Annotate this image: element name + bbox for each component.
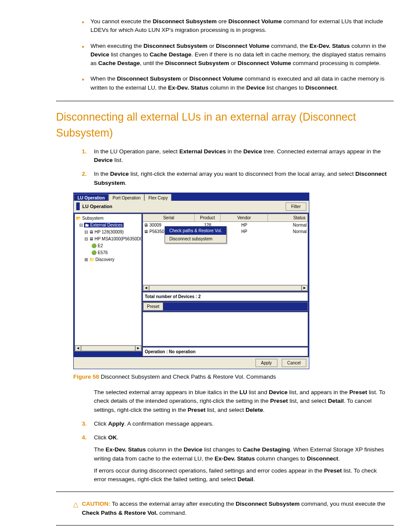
tree-e576[interactable]: 🟢 E576 <box>76 249 140 256</box>
caution-note: △ CAUTION: To access the external array … <box>73 500 389 517</box>
ctx-check-paths[interactable]: Check paths & Restore Vol. <box>165 227 226 235</box>
tree-hscroll[interactable]: ◄ ► <box>75 345 141 351</box>
tree-hp128[interactable]: ⊟ 🖥 HP 128(30009) <box>76 229 140 236</box>
th-status[interactable]: Status <box>268 214 308 221</box>
bullet-1: You cannot execute the Disconnect Subsys… <box>82 17 389 35</box>
rule <box>56 492 394 492</box>
tab-port-operation[interactable]: Port Operation <box>109 194 144 201</box>
table-hscroll[interactable]: ◄ ► <box>143 285 308 291</box>
figure-58: LU Operation Port Operation Flex Copy LU… <box>73 193 394 369</box>
tree-hpmsa[interactable]: ⊟ 🖥 HP MSA1000(P56350D0IP <box>76 236 140 243</box>
step-4: Click OK. The Ex-Dev. Status column in t… <box>82 433 389 484</box>
app-window: LU Operation Port Operation Flex Copy LU… <box>73 193 309 369</box>
tree-discovery[interactable]: ⊞ 📁 Discovery <box>76 256 140 263</box>
preset-header: Preset <box>143 302 308 311</box>
scroll-left-icon[interactable]: ◄ <box>75 345 81 351</box>
context-menu: Check paths & Restore Vol. Disconnect su… <box>165 226 227 243</box>
intro-bullets: You cannot execute the Disconnect Subsys… <box>82 17 389 92</box>
bullet-2: When executing the Disconnect Subsystem … <box>82 42 389 68</box>
ctx-disconnect-subsystem[interactable]: Disconnect subsystem <box>165 235 226 243</box>
device-tree[interactable]: 📂 Subsystem ⊟ 🖿 External Devices ⊟ 🖥 HP … <box>75 214 142 352</box>
rule <box>56 101 394 101</box>
steps-list: In the LU Operation pane, select Externa… <box>82 147 389 187</box>
rule <box>56 525 394 526</box>
tree-subsystem[interactable]: 📂 Subsystem <box>76 215 140 222</box>
pane-title: LU Operation <box>82 203 112 210</box>
scroll-right-icon[interactable]: ► <box>135 345 141 351</box>
bullet-3: When the Disconnect Subsystem or Disconn… <box>82 75 389 92</box>
scroll-right-icon[interactable]: ► <box>302 285 308 291</box>
scroll-left-icon[interactable]: ◄ <box>143 285 149 291</box>
figure-caption: Figure 58 Disconnect Subsystem and Check… <box>73 373 394 381</box>
tab-flex-copy[interactable]: Flex Copy <box>144 194 171 201</box>
preset-tab[interactable]: Preset <box>143 302 163 311</box>
tabstrip: LU Operation Port Operation Flex Copy <box>74 193 309 201</box>
operation-status: Operation : No operation <box>143 347 308 356</box>
tree-e2[interactable]: 🟢 E2 <box>76 243 140 249</box>
th-serial[interactable]: Serial <box>143 214 195 221</box>
th-product[interactable]: Product <box>195 214 221 221</box>
device-count: Total number of Devices : 2 <box>143 292 308 301</box>
step-3: Click Apply. A confirmation message appe… <box>82 420 389 428</box>
device-table: Serial Product Vendor Status 🖥 30009 128… <box>143 214 308 291</box>
step-2: In the Device list, right-click the exte… <box>82 170 389 187</box>
section-title: Disconnecting all external LUs in an ext… <box>56 109 394 141</box>
th-vendor[interactable]: Vendor <box>221 214 268 221</box>
step-1: In the LU Operation pane, select Externa… <box>82 147 389 165</box>
tab-lu-operation[interactable]: LU Operation <box>74 194 109 201</box>
preset-list[interactable] <box>143 312 308 346</box>
step-2-post: The selected external array appears in b… <box>82 388 389 414</box>
warning-icon: △ <box>73 500 78 509</box>
cancel-button[interactable]: Cancel <box>282 359 306 367</box>
accent-bar <box>76 202 80 210</box>
filter-button[interactable]: Filter <box>286 202 306 211</box>
tree-external-devices[interactable]: ⊟ 🖿 External Devices <box>76 222 140 229</box>
apply-button[interactable]: Apply <box>255 359 277 367</box>
